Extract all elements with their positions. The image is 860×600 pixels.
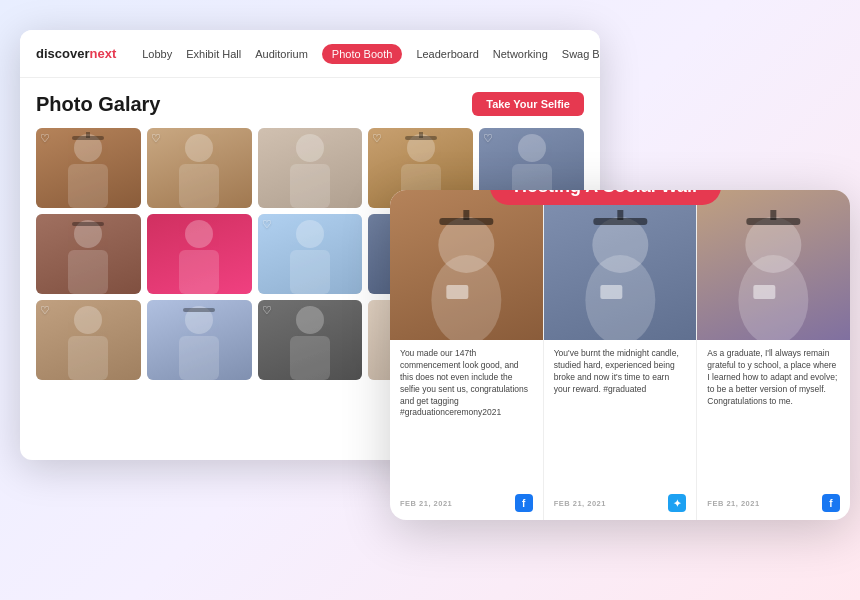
social-wall-panel: Hosting A Social Wall You made our 147th… (390, 190, 850, 520)
nav-exhibit[interactable]: Exhibit Hall (186, 48, 241, 60)
svg-point-29 (74, 306, 102, 334)
card-footer-3: FEB 21, 2021 f (707, 494, 840, 512)
heart-icon: ♡ (40, 132, 50, 145)
svg-rect-5 (86, 132, 90, 138)
photo-cell[interactable]: ♡ (258, 300, 363, 380)
svg-rect-30 (68, 336, 108, 380)
social-wall-label: Hosting A Social Wall (490, 190, 721, 205)
card-footer-1: FEB 21, 2021 f (400, 494, 533, 512)
svg-rect-33 (183, 308, 215, 312)
svg-point-19 (185, 220, 213, 248)
take-selfie-button[interactable]: Take Your Selfie (472, 92, 584, 116)
logo: discovernext (36, 46, 116, 61)
svg-rect-20 (179, 250, 219, 294)
nav-leaderboard[interactable]: Leaderboard (416, 48, 478, 60)
social-card-2: You've burnt the midnight candle, studie… (544, 190, 698, 520)
svg-rect-35 (290, 336, 330, 380)
gallery-header: Photo Galary Take Your Selfie (36, 92, 584, 116)
photo-cell[interactable] (147, 214, 252, 294)
svg-rect-13 (419, 132, 423, 138)
svg-point-8 (296, 134, 324, 162)
nav-networking[interactable]: Networking (493, 48, 548, 60)
svg-rect-3 (68, 164, 108, 208)
photo-cell[interactable] (36, 214, 141, 294)
svg-rect-49 (600, 285, 622, 299)
card-image-2 (544, 190, 697, 340)
svg-point-6 (185, 134, 213, 162)
heart-icon: ♡ (40, 304, 50, 317)
social-wall-cards: You made our 147th commencement look goo… (390, 190, 850, 520)
photo-cell[interactable]: ♡ (36, 300, 141, 380)
photo-cell[interactable]: ♡ (147, 128, 252, 208)
nav-photobooth[interactable]: Photo Booth (322, 44, 403, 64)
card-image-3 (697, 190, 850, 340)
heart-icon: ♡ (262, 218, 272, 231)
facebook-icon-2: f (822, 494, 840, 512)
svg-rect-9 (290, 164, 330, 208)
svg-rect-32 (179, 336, 219, 380)
svg-point-21 (296, 220, 324, 248)
heart-icon: ♡ (372, 132, 382, 145)
heart-icon: ♡ (151, 132, 161, 145)
svg-point-14 (518, 134, 546, 162)
twitter-icon: ✦ (668, 494, 686, 512)
photo-cell[interactable]: ♡ (36, 128, 141, 208)
photo-cell[interactable] (147, 300, 252, 380)
social-card-3: As a graduate, I'll always remain gratef… (697, 190, 850, 520)
card-footer-2: FEB 21, 2021 ✦ (554, 494, 687, 512)
card-image-1 (390, 190, 543, 340)
card-text-2: You've burnt the midnight candle, studie… (554, 348, 687, 486)
svg-rect-7 (179, 164, 219, 208)
photo-cell[interactable] (258, 128, 363, 208)
card-text-3: As a graduate, I'll always remain gratef… (707, 348, 840, 486)
photo-cell[interactable]: ♡ (258, 214, 363, 294)
gallery-title: Photo Galary (36, 93, 160, 116)
svg-rect-22 (290, 250, 330, 294)
svg-point-34 (296, 306, 324, 334)
svg-rect-43 (463, 210, 469, 220)
social-card-1: You made our 147th commencement look goo… (390, 190, 544, 520)
svg-rect-54 (754, 285, 776, 299)
card-date-2: FEB 21, 2021 (554, 499, 606, 508)
svg-rect-18 (72, 222, 104, 226)
nav-links: Lobby Exhibit Hall Auditorium Photo Boot… (142, 44, 600, 64)
heart-icon: ♡ (483, 132, 493, 145)
logo-next: next (89, 46, 116, 61)
svg-rect-53 (771, 210, 777, 220)
nav-lobby[interactable]: Lobby (142, 48, 172, 60)
nav-bar: discovernext Lobby Exhibit Hall Auditori… (20, 30, 600, 78)
card-body-3: As a graduate, I'll always remain gratef… (697, 340, 850, 520)
card-date-1: FEB 21, 2021 (400, 499, 452, 508)
card-date-3: FEB 21, 2021 (707, 499, 759, 508)
nav-swagbag[interactable]: Swag Bag (562, 48, 600, 60)
nav-auditorium[interactable]: Auditorium (255, 48, 308, 60)
svg-rect-17 (68, 250, 108, 294)
svg-rect-44 (446, 285, 468, 299)
heart-icon: ♡ (262, 304, 272, 317)
card-body-1: You made our 147th commencement look goo… (390, 340, 543, 520)
card-body-2: You've burnt the midnight candle, studie… (544, 340, 697, 520)
logo-discover: discover (36, 46, 89, 61)
svg-rect-48 (617, 210, 623, 220)
card-text-1: You made our 147th commencement look goo… (400, 348, 533, 486)
facebook-icon: f (515, 494, 533, 512)
